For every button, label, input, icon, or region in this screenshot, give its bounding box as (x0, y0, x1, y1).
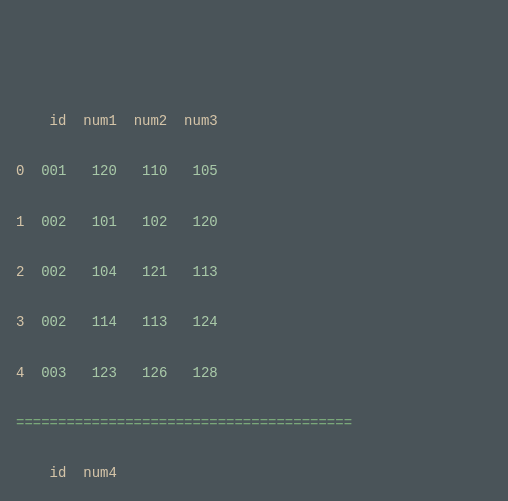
table2-header: id num4 (16, 461, 492, 486)
divider: ======================================== (16, 411, 492, 436)
table1-header: id num1 num2 num3 (16, 109, 492, 134)
table1-row: 0 001 120 110 105 (16, 159, 492, 184)
table1-row: 4 003 123 126 128 (16, 361, 492, 386)
table1-row: 2 002 104 121 113 (16, 260, 492, 285)
table1-row: 1 002 101 102 120 (16, 210, 492, 235)
table1-row: 3 002 114 113 124 (16, 310, 492, 335)
